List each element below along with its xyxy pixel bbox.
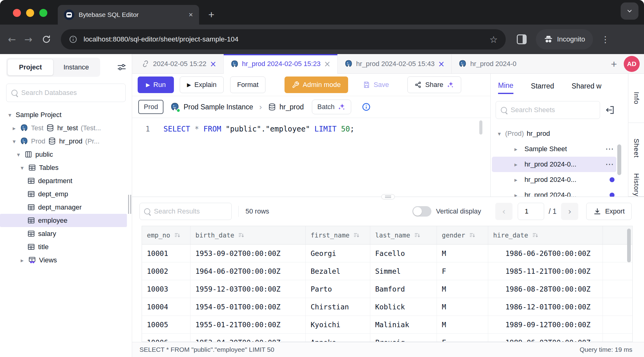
url-bar[interactable]: localhost:8080/sql-editor/sheet/project-… [61,29,506,49]
table-row[interactable]: 10006 1953-04-20T00:00:00Z Anneke Preusi… [142,334,632,342]
collapse-panel-button[interactable] [605,105,615,115]
database-search[interactable] [6,84,126,102]
table-row[interactable]: 10005 1955-01-21T00:00:00Z Kyoichi Malin… [142,316,632,334]
new-tab-button[interactable]: + [208,9,214,20]
tree-caret-icon[interactable] [7,112,13,118]
vertical-display-toggle[interactable] [412,206,431,217]
rail-tab[interactable]: Info [628,74,644,123]
sheet-search[interactable] [496,101,600,119]
editor-tab[interactable]: hr_prod 2024-0 × [452,54,523,73]
sort-icon[interactable] [532,232,539,239]
bookmark-star-icon[interactable]: ☆ [489,34,498,45]
sheet-row[interactable]: hr_prod 2024-0... ⋯ [491,172,628,187]
connection-info-button[interactable] [362,102,371,112]
sort-icon[interactable] [174,232,181,239]
panel-resize-handle[interactable] [381,194,395,199]
column-header[interactable]: emp_no [142,226,190,244]
site-info-icon[interactable] [69,35,77,44]
sheet-row[interactable]: Sample Sheet ⋯ [491,141,628,157]
tree-row[interactable]: employee [0,214,127,227]
tree-caret-icon[interactable] [513,161,519,168]
sort-icon[interactable] [469,232,476,239]
forward-button[interactable]: → [24,34,32,45]
tree-caret-icon[interactable] [19,164,25,171]
sort-icon[interactable] [353,232,360,239]
export-button[interactable]: Export [586,203,632,220]
tree-row[interactable]: public [0,148,132,161]
tree-caret-icon[interactable] [496,130,502,137]
column-header[interactable]: last_name [370,226,437,244]
tree-row[interactable]: salary [0,227,132,240]
browser-menu-icon[interactable]: ⋮ [601,34,610,45]
browser-tab[interactable]: Bytebase SQL Editor × [58,5,199,25]
tree-row[interactable]: Views [0,253,132,267]
tree-caret-icon[interactable] [513,146,519,152]
sheet-row[interactable]: (Prod) hr_prod ⋯ [491,126,628,141]
user-avatar[interactable]: AD [624,56,640,72]
maximize-window-button[interactable] [39,9,47,17]
sheet-panel-tab[interactable]: Shared w [571,78,601,93]
tree-row[interactable]: Prod hr_prod (Pr... [0,135,132,148]
tree-row[interactable]: dept_manager [0,201,132,214]
reload-button[interactable] [42,35,51,44]
sidebar-resize-handle[interactable] [128,195,131,214]
sort-icon[interactable] [238,232,245,239]
search-results-input[interactable] [154,207,227,215]
tree-row[interactable]: title [0,240,132,253]
tree-row[interactable]: Test hr_test (Test... [0,121,132,135]
side-panel-icon[interactable] [517,34,527,44]
ai-sparkle-icon[interactable] [447,81,454,88]
sql-editor[interactable]: 1 SELECT * FROM "public"."employee" LIMI… [132,118,490,197]
table-row[interactable]: 10003 1959-12-03T00:00:00Z Parto Bamford… [142,280,632,298]
minimize-window-button[interactable] [26,9,34,17]
tree-row[interactable]: Sample Project [0,108,132,121]
tree-row[interactable]: Tables [0,161,132,174]
search-databases-input[interactable] [21,89,120,97]
close-tab-icon[interactable]: × [210,60,217,68]
tab-instance[interactable]: Instance [53,59,99,76]
batch-button[interactable]: Batch [312,100,351,114]
editor-tab[interactable]: hr_prod 2024-02-05 15:43 × [338,54,452,73]
column-header[interactable]: first_name [306,226,370,244]
close-window-button[interactable] [13,9,21,17]
editor-tab[interactable]: 2024-02-05 15:22 × [135,54,224,73]
new-sheet-button[interactable]: + [611,59,617,69]
sheet-list-scrollbar[interactable] [617,144,621,175]
tree-caret-icon[interactable] [11,138,17,145]
page-number-input[interactable] [518,203,544,220]
sheet-panel-tab[interactable]: Starred [531,78,554,93]
table-row[interactable]: 10001 1953-09-02T00:00:00Z Georgi Facell… [142,245,632,262]
rail-tab[interactable]: Sheet [628,123,644,173]
sheet-row[interactable]: hr_prod 2024-0... ⋯ [491,187,628,197]
tree-caret-icon[interactable] [19,257,25,264]
table-row[interactable]: 10004 1954-05-01T00:00:00Z Chirstian Kob… [142,298,632,316]
instance-name[interactable]: Prod Sample Instance [183,103,253,111]
explain-button[interactable]: ▶ Explain [180,76,223,93]
tab-search-chevron-button[interactable] [621,2,638,20]
filter-settings-button[interactable] [116,62,127,73]
save-button[interactable]: Save [356,76,396,93]
tab-project[interactable]: Project [7,59,53,76]
tree-row[interactable]: department [0,174,132,187]
close-tab-icon[interactable]: × [189,10,193,19]
tree-caret-icon[interactable] [513,176,519,183]
close-tab-icon[interactable]: × [438,60,445,68]
search-sheets-input[interactable] [511,106,595,114]
close-tab-icon[interactable]: × [324,60,331,68]
column-header[interactable]: birth_date [190,226,306,244]
share-button[interactable]: Share [407,76,461,93]
run-button[interactable]: ▶ Run [138,76,174,93]
rail-tab[interactable]: History [628,173,644,197]
table-row[interactable]: 10002 1964-06-02T00:00:00Z Bezalel Simme… [142,262,632,280]
sheet-panel-tab[interactable]: Mine [498,77,513,94]
next-page-button[interactable]: › [561,203,578,220]
tree-caret-icon[interactable] [15,151,22,158]
database-breadcrumb[interactable]: hr_prod [268,103,304,111]
column-header[interactable]: hire_date [488,226,603,244]
sort-icon[interactable] [414,232,421,239]
back-button[interactable]: ← [8,34,16,45]
column-header[interactable]: gender [437,226,488,244]
table-scrollbar[interactable] [627,229,631,262]
admin-mode-button[interactable]: Admin mode [285,76,348,93]
format-button[interactable]: Format [230,76,266,93]
